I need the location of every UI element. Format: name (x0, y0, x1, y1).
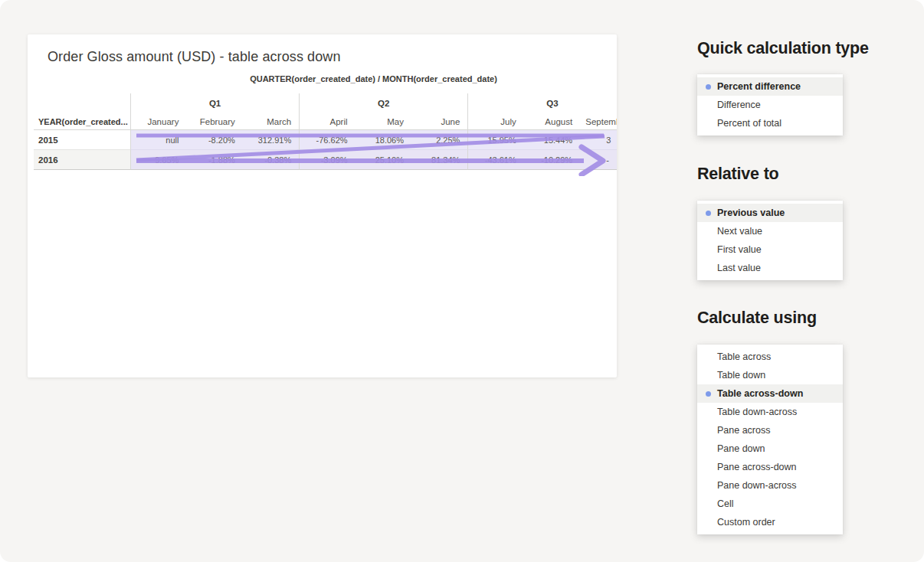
cell-2015-may[interactable]: 18.06% (356, 130, 411, 150)
calculate-using-heading: Calculate using (697, 309, 817, 328)
option-percent-of-total[interactable]: Percent of total (697, 114, 843, 132)
chart-title: Order Gloss amount (USD) - table across … (48, 49, 341, 65)
cell-2015-march[interactable]: 312.91% (243, 130, 299, 150)
quarter-header-q1[interactable]: Q1 (130, 93, 299, 113)
option-label: Custom order (717, 517, 775, 528)
crosstab-table: Q1 Q2 Q3 YEAR(order_created... January F… (34, 93, 617, 170)
option-first-value[interactable]: First value (697, 240, 843, 259)
option-table-down[interactable]: Table down (697, 366, 843, 384)
month-header-january[interactable]: January (130, 113, 186, 130)
column-fields-header: QUARTER(order_created_date) / MONTH(orde… (130, 74, 617, 83)
selected-indicator-dot (706, 211, 711, 216)
option-label: Pane across (717, 425, 770, 436)
cell-2016-july[interactable]: -43.61% (467, 150, 523, 170)
option-label: Table down-across (717, 407, 797, 417)
app-background: Order Gloss amount (USD) - table across … (0, 0, 924, 562)
option-label: Last value (717, 263, 761, 273)
cell-2015-january[interactable]: null (130, 130, 186, 150)
option-label: Difference (717, 100, 761, 110)
cell-2015-september[interactable]: 3 (580, 130, 617, 150)
cell-2016-february[interactable]: -1.88% (186, 150, 242, 170)
option-next-value[interactable]: Next value (697, 222, 843, 240)
option-previous-value[interactable]: Previous value (697, 204, 843, 222)
option-label: Table across (717, 351, 771, 362)
calculate-using-panel: Table across Table down Table across-dow… (697, 345, 843, 534)
cell-2015-july[interactable]: 15.95% (467, 130, 523, 150)
option-label: Previous value (717, 207, 785, 218)
selected-indicator-dot (706, 391, 711, 397)
cell-2016-september[interactable]: - (580, 150, 617, 170)
option-percent-difference[interactable]: Percent difference (697, 77, 843, 96)
cell-2015-february[interactable]: -8.20% (186, 130, 242, 150)
option-pane-down-across[interactable]: Pane down-across (697, 476, 843, 495)
option-label: Table down (717, 370, 765, 381)
option-table-down-across[interactable]: Table down-across (697, 403, 843, 421)
row-header-2015[interactable]: 2015 (34, 130, 130, 150)
corner-spacer (34, 93, 130, 113)
cell-2016-june[interactable]: 81.34% (411, 150, 467, 170)
table-visualization-card: Order Gloss amount (USD) - table across … (28, 34, 617, 377)
row-dimension-label: YEAR(order_created... (34, 113, 130, 130)
month-header-may[interactable]: May (356, 113, 411, 130)
quarter-header-q2[interactable]: Q2 (299, 93, 467, 113)
option-cell[interactable]: Cell (697, 495, 843, 513)
option-label: Cell (717, 498, 734, 509)
option-label: First value (717, 244, 762, 255)
selected-indicator-dot (706, 84, 711, 90)
cell-2016-august[interactable]: -10.29% (524, 150, 580, 170)
option-label: Percent difference (717, 81, 801, 92)
option-pane-down[interactable]: Pane down (697, 439, 843, 458)
option-pane-across[interactable]: Pane across (697, 421, 843, 439)
option-last-value[interactable]: Last value (697, 259, 843, 277)
option-label: Pane across-down (717, 462, 797, 472)
relative-to-heading: Relative to (697, 165, 779, 184)
row-header-2016[interactable]: 2016 (34, 150, 130, 170)
month-header-february[interactable]: February (186, 113, 242, 130)
cell-2016-march[interactable]: -0.38% (243, 150, 299, 170)
option-custom-order[interactable]: Custom order (697, 513, 843, 531)
option-label: Pane down (717, 443, 765, 454)
option-difference[interactable]: Difference (697, 96, 843, 114)
option-pane-across-down[interactable]: Pane across-down (697, 458, 843, 476)
cell-2016-january[interactable]: 9.65% (130, 150, 186, 170)
option-label: Pane down-across (717, 480, 797, 491)
month-header-september[interactable]: September (580, 113, 617, 130)
option-label: Percent of total (717, 118, 781, 129)
cell-2016-may[interactable]: 25.10% (356, 150, 411, 170)
cell-2015-june[interactable]: 2.25% (411, 130, 467, 150)
month-header-april[interactable]: April (299, 113, 355, 130)
cell-2015-april[interactable]: -76.62% (299, 130, 355, 150)
month-header-july[interactable]: July (467, 113, 523, 130)
quick-calculation-type-heading: Quick calculation type (697, 39, 869, 58)
option-label: Table across-down (717, 388, 803, 399)
cell-2016-april[interactable]: -3.09% (299, 150, 355, 170)
quarter-header-q3[interactable]: Q3 (467, 93, 617, 113)
quick-calculation-type-panel: Percent difference Difference Percent of… (697, 74, 843, 136)
option-table-across-down[interactable]: Table across-down (697, 384, 843, 403)
option-table-across[interactable]: Table across (697, 348, 843, 366)
month-header-june[interactable]: June (411, 113, 467, 130)
relative-to-panel: Previous value Next value First value La… (697, 201, 843, 280)
option-label: Next value (717, 226, 762, 237)
month-header-march[interactable]: March (243, 113, 299, 130)
cell-2015-august[interactable]: 15.44% (524, 130, 580, 150)
month-header-august[interactable]: August (524, 113, 580, 130)
